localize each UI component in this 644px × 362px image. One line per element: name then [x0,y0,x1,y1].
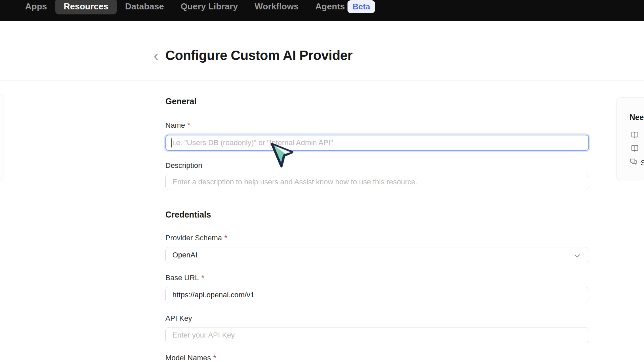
description-label: Description [165,161,202,170]
left-panel-edge [0,94,3,181]
base-url-input[interactable] [165,287,589,303]
description-input[interactable] [165,174,589,190]
nav-item-apps[interactable]: Apps [17,0,55,14]
help-link-support[interactable]: S [629,158,644,168]
nav-item-query-library[interactable]: Query Library [172,0,247,14]
help-panel: Nee S [616,97,644,180]
base-url-required-asterisk: * [201,274,204,282]
api-key-input[interactable] [165,327,589,343]
nav-item-resources[interactable]: Resources [55,0,117,14]
help-link-docs-1[interactable] [630,130,639,141]
book-icon [630,144,639,155]
chat-icon [629,158,637,168]
help-panel-heading: Nee [630,113,644,122]
help-support-label: S [641,159,644,167]
book-icon [630,130,639,141]
nav-item-database[interactable]: Database [117,0,172,14]
base-url-label: Base URL* [165,274,204,282]
model-names-label: Model Names* [165,354,216,362]
api-key-label: API Key [165,314,192,323]
provider-schema-value: OpenAI [172,251,198,259]
top-nav: Apps Resources Database Query Library Wo… [0,0,644,21]
credentials-section-heading: Credentials [165,210,211,220]
text-caret [171,138,172,147]
page-title: Configure Custom AI Provider [165,48,353,63]
general-section-heading: General [165,97,197,106]
back-button[interactable]: ‹ [149,48,163,64]
chevron-left-icon: ‹ [154,49,158,63]
name-label: Name* [165,121,190,130]
chevron-down-icon [573,252,581,262]
provider-schema-select[interactable]: OpenAI [165,247,589,263]
beta-badge: Beta [347,0,375,13]
name-label-text: Name [165,121,185,129]
provider-schema-label: Provider Schema* [165,234,227,242]
name-input[interactable] [165,135,589,151]
nav-item-agents[interactable]: Agents [307,0,350,14]
provider-schema-required-asterisk: * [224,234,227,242]
nav-item-workflows[interactable]: Workflows [246,0,307,14]
name-required-asterisk: * [187,121,191,129]
model-names-label-text: Model Names [165,354,211,362]
help-link-docs-2[interactable] [630,144,639,155]
header-divider [0,80,644,80]
provider-schema-label-text: Provider Schema [165,234,222,242]
model-names-required-asterisk: * [213,354,216,362]
base-url-label-text: Base URL [165,274,199,282]
